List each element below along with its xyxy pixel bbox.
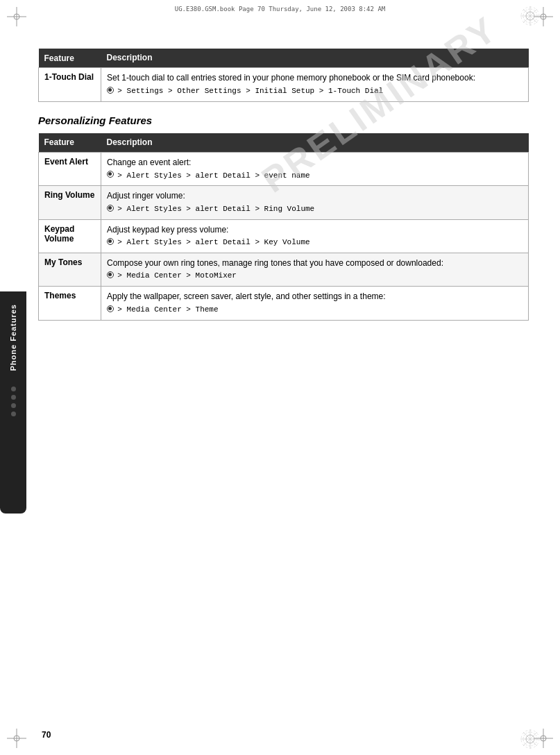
table2-desc-keypadvolume-mono: > Alert Styles > alert Detail > Key Volu… — [117, 238, 309, 246]
table2: Feature Description Event Alert Change a… — [38, 133, 529, 321]
page-meta-top: UG.E380.GSM.book Page 70 Thursday, June … — [0, 6, 560, 12]
table1-feature-1touch: 1-Touch Dial — [39, 68, 101, 101]
main-content: Feature Description 1-Touch Dial Set 1-t… — [38, 21, 529, 333]
table1-header-feature: Feature — [39, 49, 101, 68]
table2-desc-keypadvolume-text: Adjust keypad key press volume: — [107, 225, 228, 235]
table2-feature-eventalert: Event Alert — [39, 153, 101, 186]
table2-desc-mytones-mono: > Media Center > MotoMixer — [117, 271, 237, 280]
bullet-icon-4 — [107, 238, 114, 245]
table2-desc-mytones-text: Compose your own ring tones, manage ring… — [107, 258, 443, 268]
bullet-icon-3 — [107, 205, 114, 212]
table2-desc-keypadvolume: Adjust keypad key press volume: > Alert … — [101, 219, 529, 253]
table1: Feature Description 1-Touch Dial Set 1-t… — [38, 49, 529, 102]
bullet-icon-5 — [107, 271, 114, 278]
table1-desc-1touch: Set 1-touch dial to call entries stored … — [101, 68, 529, 101]
table2-desc-ringvolume: Adjust ringer volume: > Alert Styles > a… — [101, 186, 529, 219]
side-tab-label: Phone Features — [9, 304, 17, 371]
bullet-icon-6 — [107, 305, 114, 312]
table2-desc-eventalert: Change an event alert: > Alert Styles > … — [101, 153, 529, 186]
table2-desc-themes-mono: > Media Center > Theme — [117, 305, 218, 314]
table-row: My Tones Compose your own ring tones, ma… — [39, 253, 529, 287]
table2-header-description: Description — [101, 133, 529, 153]
corner-crosshair-bl — [7, 729, 26, 748]
table-row: Event Alert Change an event alert: > Ale… — [39, 153, 529, 186]
table-row: Themes Apply the wallpaper, screen saver… — [39, 287, 529, 320]
table-row: 1-Touch Dial Set 1-touch dial to call en… — [39, 68, 529, 101]
table2-desc-ringvolume-text: Adjust ringer volume: — [107, 191, 185, 201]
table-row: Ring Volume Adjust ringer volume: > Aler… — [39, 186, 529, 219]
section-heading-personalizing: Personalizing Features — [38, 114, 529, 126]
table2-header-feature: Feature — [39, 133, 101, 153]
sunburst-icon-br — [520, 729, 541, 749]
table1-wrapper: Feature Description 1-Touch Dial Set 1-t… — [38, 49, 529, 102]
table2-feature-mytones: My Tones — [39, 253, 101, 287]
table1-desc-1touch-mono: > Settings > Other Settings > Initial Se… — [117, 87, 383, 95]
page-number: 70 — [42, 730, 51, 740]
bullet-icon-1 — [107, 87, 114, 94]
table-row: Keypad Volume Adjust keypad key press vo… — [39, 219, 529, 253]
table2-feature-keypadvolume: Keypad Volume — [39, 219, 101, 253]
side-tab-dot-1 — [11, 387, 16, 391]
table2-desc-mytones: Compose your own ring tones, manage ring… — [101, 253, 529, 287]
table2-desc-eventalert-mono: > Alert Styles > alert Detail > event na… — [117, 171, 309, 180]
table2-desc-eventalert-text: Change an event alert: — [107, 158, 191, 167]
side-tab-dot-4 — [11, 412, 16, 416]
side-tab-dots — [11, 387, 16, 416]
bullet-icon-2 — [107, 171, 114, 178]
table1-header-description: Description — [101, 49, 529, 68]
table2-feature-ringvolume: Ring Volume — [39, 186, 101, 219]
side-tab: Phone Features — [0, 291, 26, 514]
side-tab-dot-3 — [11, 403, 16, 408]
table2-desc-ringvolume-mono: > Alert Styles > alert Detail > Ring Vol… — [117, 205, 314, 213]
table2-desc-themes-text: Apply the wallpaper, screen saver, alert… — [107, 291, 386, 301]
table1-desc-1touch-text: Set 1-touch dial to call entries stored … — [107, 73, 475, 83]
side-tab-dot-2 — [11, 395, 16, 400]
table2-desc-themes: Apply the wallpaper, screen saver, alert… — [101, 287, 529, 320]
table2-feature-themes: Themes — [39, 287, 101, 320]
